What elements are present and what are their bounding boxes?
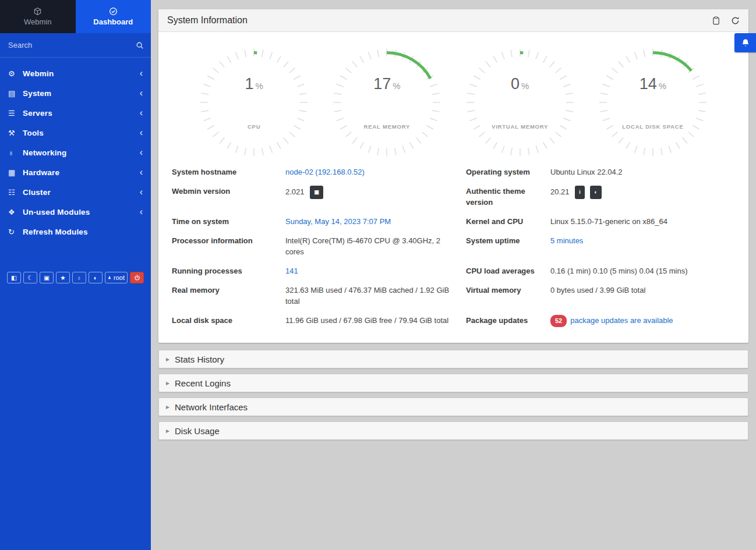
tab-webmin[interactable]: Webmin bbox=[0, 0, 76, 33]
panel-label: Stats History bbox=[175, 354, 224, 364]
panel-recent-logins[interactable]: ▸ Recent Logins bbox=[158, 374, 748, 392]
processes-link[interactable]: 141 bbox=[285, 267, 298, 275]
sidebar-footer: ◧ ☾ ▣ ★ ♁ ◐ root bbox=[0, 272, 151, 283]
theme-image-button[interactable]: ▣ bbox=[40, 272, 54, 283]
info-value-virtual-memory: 0 bytes used / 3.99 GiB total bbox=[550, 281, 735, 300]
webmin-logo-icon bbox=[33, 7, 42, 16]
gauge-virtual-memory-label: VIRTUAL MEMORY bbox=[465, 123, 575, 130]
panel-disk-usage[interactable]: ▸ Disk Usage bbox=[158, 421, 748, 440]
chevron-left-icon: ‹ bbox=[140, 108, 143, 118]
info-value-hostname: node-02 (192.168.0.52) bbox=[285, 162, 466, 182]
hostname-link[interactable]: node-02 (192.168.0.52) bbox=[285, 168, 365, 176]
language-button[interactable]: ♁ bbox=[72, 272, 86, 283]
power-icon bbox=[134, 275, 140, 281]
gauge-real-memory: 17% REAL MEMORY bbox=[331, 47, 442, 158]
user-icon bbox=[108, 275, 111, 281]
system-icon: ▤ bbox=[8, 89, 23, 98]
info-label-disk: Local disk space bbox=[172, 311, 285, 330]
panel-network-interfaces[interactable]: ▸ Network Interfaces bbox=[158, 398, 748, 416]
info-label-time: Time on system bbox=[172, 212, 285, 231]
dashboard-icon bbox=[109, 7, 118, 16]
info-icon-button[interactable]: i bbox=[575, 186, 585, 199]
sidebar-item-tools[interactable]: ⚒ Tools ‹ bbox=[0, 123, 151, 143]
user-button[interactable]: root bbox=[105, 272, 128, 283]
panel-label: Disk Usage bbox=[175, 426, 220, 436]
sidebar-item-webmin[interactable]: ⚙ Webmin ‹ bbox=[0, 63, 151, 83]
sidebar-item-cluster[interactable]: ☷ Cluster ‹ bbox=[0, 182, 151, 202]
time-link[interactable]: Sunday, May 14, 2023 7:07 PM bbox=[285, 217, 391, 226]
info-label-theme-version: Authentic theme version bbox=[466, 182, 550, 212]
chevron-right-icon: ▸ bbox=[166, 355, 169, 363]
info-label-processor: Processor information bbox=[172, 231, 285, 250]
system-info-table: System hostname node-02 (192.168.0.52) O… bbox=[158, 159, 748, 343]
logout-button[interactable] bbox=[130, 272, 144, 283]
card-header: System Information bbox=[158, 9, 748, 32]
panel-stats-history[interactable]: ▸ Stats History bbox=[158, 350, 748, 368]
info-label-real-memory: Real memory bbox=[172, 281, 285, 300]
package-icon-button[interactable]: ▣ bbox=[310, 186, 323, 199]
info-label-kernel: Kernel and CPU bbox=[466, 212, 550, 231]
sidebar-toggle-button[interactable]: ◧ bbox=[7, 272, 21, 283]
tab-webmin-label: Webmin bbox=[24, 17, 51, 26]
info-value-theme-version: 20.21 i ◐ bbox=[550, 182, 735, 203]
user-label: root bbox=[114, 274, 125, 281]
panel-label: Recent Logins bbox=[175, 378, 231, 388]
notifications-button[interactable] bbox=[734, 33, 756, 52]
package-updates-link[interactable]: package updates are available bbox=[570, 316, 673, 325]
chevron-left-icon: ‹ bbox=[140, 88, 143, 98]
uptime-link[interactable]: 5 minutes bbox=[550, 236, 583, 245]
chevron-left-icon: ‹ bbox=[140, 168, 143, 177]
sidebar-item-system[interactable]: ▤ System ‹ bbox=[0, 83, 151, 103]
cluster-icon: ☷ bbox=[8, 188, 23, 197]
info-label-webmin-version: Webmin version bbox=[172, 182, 285, 201]
bell-icon bbox=[741, 38, 750, 48]
tools-icon: ⚒ bbox=[8, 129, 23, 137]
palette-icon-button[interactable]: ◐ bbox=[590, 186, 601, 199]
info-label-uptime: System uptime bbox=[466, 231, 550, 250]
gauge-local-disk-space: 14% LOCAL DISK SPACE bbox=[598, 47, 708, 158]
info-label-processes: Running processes bbox=[172, 261, 285, 281]
chevron-left-icon: ‹ bbox=[140, 187, 143, 197]
gauge-local-disk-space-value: 14% bbox=[598, 75, 708, 93]
info-label-packages: Package updates bbox=[466, 311, 550, 330]
favorites-button[interactable]: ★ bbox=[56, 272, 70, 283]
info-label-load: CPU load averages bbox=[466, 261, 550, 281]
sidebar-item-servers[interactable]: ☰ Servers ‹ bbox=[0, 103, 151, 123]
webmin-app: Webmin Dashboard ⚙ Webmin ‹ ▤ bbox=[0, 0, 756, 550]
info-value-load: 0.16 (1 min) 0.10 (5 mins) 0.04 (15 mins… bbox=[550, 261, 735, 281]
gauge-virtual-memory: 0% VIRTUAL MEMORY bbox=[465, 47, 575, 158]
gauge-real-memory-label: REAL MEMORY bbox=[331, 123, 442, 130]
info-value-time: Sunday, May 14, 2023 7:07 PM bbox=[285, 212, 466, 231]
clipboard-icon[interactable] bbox=[712, 16, 720, 25]
refresh-icon[interactable] bbox=[731, 16, 740, 25]
networking-icon: ♁ bbox=[8, 148, 23, 157]
chevron-left-icon: ‹ bbox=[140, 69, 143, 78]
info-value-webmin-version: 2.021 ▣ bbox=[285, 182, 466, 203]
palette-button[interactable]: ◐ bbox=[89, 272, 103, 283]
system-information-card: System Information 1% CPU 17% REAL MEM bbox=[158, 9, 748, 343]
panel-label: Network Interfaces bbox=[175, 402, 248, 412]
servers-icon: ☰ bbox=[8, 109, 23, 118]
chevron-left-icon: ‹ bbox=[140, 207, 143, 217]
tab-dashboard-label: Dashboard bbox=[93, 17, 133, 26]
info-value-disk: 11.96 GiB used / 67.98 GiB free / 79.94 … bbox=[285, 311, 466, 330]
sidebar-menu: ⚙ Webmin ‹ ▤ System ‹ ☰ Servers ‹ ⚒ Tool… bbox=[0, 63, 151, 242]
modules-icon: ❖ bbox=[8, 208, 23, 217]
search-icon[interactable] bbox=[136, 41, 144, 49]
gauge-cpu: 1% CPU bbox=[199, 47, 309, 158]
tab-dashboard[interactable]: Dashboard bbox=[76, 0, 151, 33]
chevron-right-icon: ▸ bbox=[166, 403, 169, 411]
sidebar-item-unused-modules[interactable]: ❖ Un-used Modules ‹ bbox=[0, 202, 151, 222]
sidebar: Webmin Dashboard ⚙ Webmin ‹ ▤ bbox=[0, 0, 151, 550]
chevron-left-icon: ‹ bbox=[140, 148, 143, 157]
hardware-icon: ▦ bbox=[8, 168, 23, 177]
info-value-uptime: 5 minutes bbox=[550, 231, 735, 250]
main-area: System Information 1% CPU 17% REAL MEM bbox=[151, 0, 756, 550]
refresh-icon: ↻ bbox=[8, 228, 23, 236]
sidebar-item-hardware[interactable]: ▦ Hardware ‹ bbox=[0, 162, 151, 182]
night-mode-button[interactable]: ☾ bbox=[23, 272, 37, 283]
search-input[interactable] bbox=[0, 41, 151, 49]
sidebar-item-networking[interactable]: ♁ Networking ‹ bbox=[0, 143, 151, 162]
info-value-os: Ubuntu Linux 22.04.2 bbox=[550, 162, 735, 182]
refresh-modules-button[interactable]: ↻ Refresh Modules bbox=[0, 222, 151, 242]
